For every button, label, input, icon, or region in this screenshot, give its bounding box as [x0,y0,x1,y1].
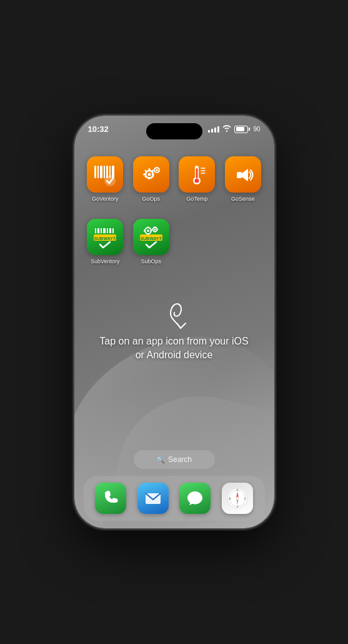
svg-rect-11 [148,177,150,179]
svg-rect-35 [107,228,108,233]
search-label: Search [168,455,192,464]
svg-text:SUBWAY®: SUBWAY® [140,236,162,241]
app-gotemp-label: GoTemp [186,196,207,202]
svg-rect-48 [154,227,156,228]
svg-rect-50 [152,229,153,231]
app-subops[interactable]: SUBWAY® [129,219,173,264]
svg-point-9 [147,173,151,176]
safari-icon: N S W E [227,488,248,509]
dynamic-island [146,123,202,139]
app-subventory[interactable]: SUBWAY® SubVentory [84,219,127,264]
svg-rect-51 [156,229,157,231]
svg-point-43 [154,229,156,231]
svg-rect-36 [109,228,111,233]
svg-text:N: N [236,488,238,491]
svg-rect-10 [148,168,150,171]
svg-rect-12 [143,174,146,176]
status-icons: 90 [208,124,260,134]
svg-point-22 [195,179,199,183]
dock: N S W E [84,476,265,521]
app-gosense[interactable]: GoSense [221,156,265,202]
svg-rect-34 [103,228,106,233]
svg-rect-33 [101,228,102,233]
app-grid-row2: SUBWAY® SubVentory [74,213,274,271]
signal-icon [208,126,219,133]
app-goventory-label: GoVentory [92,196,119,202]
svg-rect-46 [144,230,146,232]
svg-text:S: S [236,505,238,508]
svg-rect-0 [94,166,96,178]
svg-rect-31 [95,228,96,233]
phone-icon [101,489,120,508]
svg-rect-47 [150,230,152,232]
svg-point-41 [147,229,149,232]
svg-point-19 [156,169,158,171]
messages-icon [186,489,204,508]
dock-mail[interactable] [137,483,169,514]
app-gosense-label: GoSense [231,196,255,202]
phone-screen: 10:32 [74,116,274,528]
app-grid-row1: GoVentory [74,150,274,208]
battery-level: 90 [253,126,260,133]
instruction-area: Tap on an app icon from your iOS or Andr… [74,291,274,363]
phone-device: 10:32 [74,116,274,528]
svg-rect-45 [147,233,149,235]
dock-safari[interactable]: N S W E [222,483,253,514]
svg-text:E: E [244,497,246,500]
svg-rect-44 [147,227,149,229]
svg-rect-23 [196,168,198,178]
svg-point-7 [104,175,116,186]
app-subventory-label: SubVentory [91,258,120,264]
swirl-arrow-icon [149,291,199,341]
svg-rect-1 [97,166,99,178]
status-time: 10:32 [88,124,109,134]
wifi-icon [222,124,231,134]
svg-rect-37 [112,228,114,233]
svg-text:W: W [229,497,231,500]
mail-icon [144,489,162,508]
app-goops[interactable]: GoOps [129,156,173,202]
svg-rect-13 [152,174,154,176]
instruction-text: Tap on an app icon from your iOS or Andr… [74,335,274,363]
svg-rect-3 [104,166,105,178]
dock-messages[interactable] [179,483,211,514]
battery-icon [234,126,250,133]
app-gotemp[interactable]: GoTemp [176,156,219,202]
app-goops-label: GoOps [142,196,160,202]
svg-rect-32 [97,228,99,233]
svg-rect-27 [237,172,242,178]
search-icon: 🔍 [156,456,165,464]
app-goventory[interactable]: GoVentory [84,156,127,202]
svg-rect-2 [100,166,102,178]
search-bar[interactable]: 🔍 Search [134,450,215,469]
dock-phone[interactable] [95,483,126,514]
svg-text:SUBWAY®: SUBWAY® [94,236,117,241]
svg-rect-49 [154,231,156,233]
svg-marker-28 [242,169,248,181]
app-subops-label: SubOps [141,258,161,264]
